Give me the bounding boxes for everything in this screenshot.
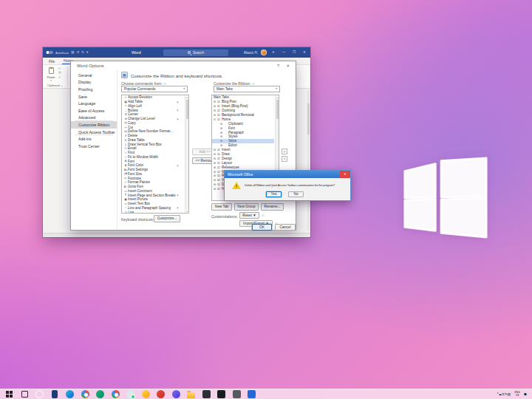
customize-ribbon-dropdown[interactable]: Main Tabs ▾ bbox=[214, 86, 280, 92]
alert-message: Delete all Ribbon and Quick Access Toolb… bbox=[245, 184, 349, 187]
options-nav-item[interactable]: Display bbox=[71, 79, 117, 86]
search-box[interactable]: Search bbox=[163, 50, 228, 56]
ok-button[interactable]: OK bbox=[252, 224, 272, 231]
cancel-button[interactable]: Cancel bbox=[275, 224, 296, 231]
format-painter-icon[interactable]: ✐ bbox=[58, 76, 61, 80]
office-alert-dialog: Microsoft Office ✕ Delete all Ribbon and… bbox=[224, 170, 351, 201]
system-tray: ^☁⇅✎▤ ENG US ◼ bbox=[497, 389, 532, 399]
touch-keyboard-icon[interactable]: ▤ bbox=[508, 392, 511, 396]
expand-icon[interactable]: ⊞ bbox=[220, 122, 224, 126]
expand-icon[interactable]: ⊞ bbox=[220, 134, 224, 138]
copy-icon[interactable]: ❐ bbox=[58, 72, 61, 75]
move-down-button[interactable]: ▾ bbox=[282, 156, 287, 162]
expand-icon[interactable]: ⊞ bbox=[220, 143, 224, 147]
choose-commands-dropdown[interactable]: Popular Commands ▾ bbox=[121, 86, 188, 92]
undo-icon[interactable]: ↺ bbox=[76, 47, 79, 58]
options-nav-item[interactable]: Language bbox=[71, 100, 117, 107]
file-explorer-icon[interactable] bbox=[187, 392, 195, 398]
quick-access-toolbar: AutoSave ▤ ↺ ↻ ▾ bbox=[46, 47, 88, 58]
your-phone-icon[interactable] bbox=[52, 390, 58, 398]
close-button[interactable]: ✕ bbox=[301, 47, 308, 58]
options-heading: Customize the Ribbon and keyboard shortc… bbox=[131, 74, 223, 78]
app-green-icon[interactable] bbox=[96, 390, 104, 398]
taskbar-apps bbox=[0, 390, 256, 398]
options-nav-item[interactable]: Trust Center bbox=[71, 143, 117, 150]
options-nav-item[interactable]: Advanced bbox=[71, 115, 117, 122]
customize-ribbon-icon: ▦ bbox=[121, 72, 128, 78]
chevron-down-icon: ▾ bbox=[276, 87, 277, 90]
help-icon[interactable]: ? bbox=[277, 64, 279, 68]
customize-shortcuts-button[interactable]: Customize... bbox=[154, 215, 180, 222]
alert-close-icon[interactable]: ✕ bbox=[340, 171, 350, 178]
autosave-toggle[interactable] bbox=[46, 51, 53, 55]
language-indicator[interactable]: ENG US bbox=[515, 392, 520, 397]
terminal-icon[interactable] bbox=[217, 390, 225, 398]
commands-scrollbar[interactable]: ▴ ▾ bbox=[185, 95, 188, 213]
warning-icon bbox=[232, 182, 241, 189]
scrollbar-thumb[interactable] bbox=[186, 100, 188, 119]
options-nav-item[interactable]: Save bbox=[71, 93, 117, 100]
info-icon: ⓘ bbox=[262, 214, 265, 217]
ribbon-tab[interactable]: File bbox=[47, 59, 56, 65]
rename-button[interactable]: Rename... bbox=[261, 203, 284, 211]
ribbon-display-options-icon[interactable]: ▾ bbox=[270, 47, 277, 58]
clipboard-dialog-launcher-icon[interactable]: ⌄ bbox=[61, 83, 63, 87]
options-nav: GeneralDisplayProofingSaveLanguageEase o… bbox=[71, 72, 117, 150]
alert-title: Microsoft Office bbox=[225, 172, 253, 177]
chrome-canary-icon[interactable] bbox=[142, 390, 150, 398]
nav-divider bbox=[117, 70, 117, 230]
move-up-button[interactable]: ▴ bbox=[282, 149, 287, 154]
edge-icon[interactable] bbox=[66, 390, 74, 398]
scroll-up-icon[interactable]: ▴ bbox=[276, 95, 279, 99]
chrome-icon[interactable] bbox=[81, 390, 89, 398]
scroll-up-icon[interactable]: ▴ bbox=[185, 95, 188, 99]
app-blue-icon[interactable] bbox=[248, 390, 256, 398]
expand-icon[interactable]: ⊞ bbox=[220, 139, 224, 143]
no-button[interactable]: No bbox=[288, 191, 304, 198]
new-group-button[interactable]: New Group bbox=[234, 203, 259, 211]
cut-icon[interactable]: ✂ bbox=[58, 67, 61, 71]
minimize-button[interactable]: — bbox=[280, 47, 287, 58]
app-gray-icon[interactable] bbox=[233, 390, 241, 398]
app-red-icon[interactable] bbox=[157, 390, 165, 398]
yes-button[interactable]: Yes bbox=[266, 191, 282, 198]
expand-icon[interactable]: ⊞ bbox=[220, 126, 224, 130]
action-center-icon[interactable]: ◼ bbox=[524, 389, 527, 399]
start-button[interactable] bbox=[5, 390, 13, 398]
scroll-down-icon[interactable]: ▾ bbox=[185, 209, 188, 213]
options-nav-item[interactable]: Add-ins bbox=[71, 135, 117, 143]
document-scrollbar[interactable] bbox=[307, 90, 310, 231]
redo-icon[interactable]: ↻ bbox=[81, 47, 84, 58]
options-nav-item[interactable]: Quick Access Toolbar bbox=[71, 129, 117, 136]
document-title: Word bbox=[132, 50, 141, 55]
qat-customize-icon[interactable]: ▾ bbox=[86, 47, 88, 58]
paste-icon bbox=[49, 67, 54, 74]
account-name[interactable]: Mauro H. bbox=[244, 51, 258, 55]
options-nav-item[interactable]: Customize Ribbon bbox=[71, 121, 117, 129]
app-purple-icon[interactable] bbox=[172, 390, 180, 398]
search-placeholder: Search bbox=[193, 51, 204, 55]
options-nav-item[interactable]: Ease of Access bbox=[71, 107, 117, 115]
clipboard-mini-buttons: ✂ ❐ ✐ bbox=[58, 67, 61, 80]
tray-icons: ^☁⇅✎▤ bbox=[497, 389, 511, 399]
new-tab-button[interactable]: New Tab bbox=[211, 203, 232, 211]
scrollbar-thumb[interactable] bbox=[276, 100, 279, 119]
task-view-button[interactable] bbox=[21, 391, 28, 398]
options-nav-item[interactable]: General bbox=[71, 72, 117, 79]
account-avatar[interactable] bbox=[261, 50, 267, 55]
clipboard-group-label: Clipboard ⌄ bbox=[43, 83, 67, 87]
app-gray-badge-icon[interactable] bbox=[126, 390, 134, 398]
app-dark-icon[interactable] bbox=[202, 390, 211, 398]
restore-button[interactable]: ❐ bbox=[290, 47, 298, 58]
scrollbar-thumb[interactable] bbox=[307, 103, 310, 134]
dialog-close-icon[interactable]: ✕ bbox=[286, 64, 290, 68]
save-icon[interactable]: ▤ bbox=[71, 47, 74, 58]
expand-icon[interactable]: ⊞ bbox=[220, 131, 224, 134]
commands-list: ✓ Accept Revision ▦ Add Table ≡ Align Le… bbox=[121, 95, 189, 214]
search-icon bbox=[188, 51, 191, 54]
chrome-beta-icon[interactable] bbox=[112, 390, 120, 398]
reset-button[interactable]: Reset ▼ bbox=[239, 212, 259, 219]
cortana-button[interactable] bbox=[35, 390, 44, 398]
options-nav-item[interactable]: Proofing bbox=[71, 86, 117, 93]
command-row[interactable]: ∞ Link bbox=[122, 210, 184, 214]
